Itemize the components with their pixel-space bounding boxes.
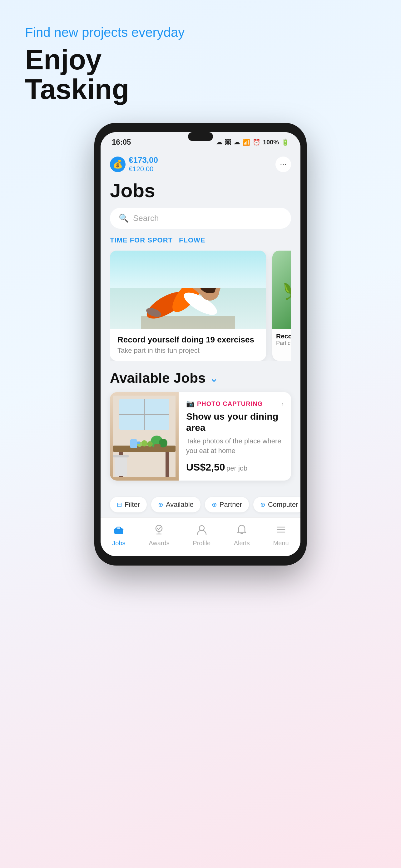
job-category-label: PHOTO CAPTURING [197, 400, 263, 407]
categories-row: TIME FOR SPORT FLOWE [110, 236, 291, 244]
money-bag-icon: 💰 [110, 157, 126, 172]
search-placeholder: Search [133, 213, 159, 223]
filter-chip-filter[interactable]: ⊟ Filter [110, 497, 147, 513]
exercise-scene [110, 251, 266, 329]
status-time: 16:05 [112, 138, 131, 147]
available-jobs-title: Available Jobs [110, 370, 206, 386]
awards-icon [153, 524, 165, 538]
nav-item-profile[interactable]: Profile [193, 524, 210, 547]
earnings-values: €173,00 €120,00 [129, 155, 158, 173]
jobs-nav-label: Jobs [112, 539, 125, 547]
featured-cards-row: Record yourself doing 19 exercises Take … [110, 251, 291, 361]
alerts-nav-label: Alerts [234, 539, 250, 547]
status-icons: ☁ 🖼 ☁ 📶 ⏰ 100% 🔋 [216, 138, 289, 146]
wifi-icon: 📶 [242, 138, 250, 146]
search-icon: 🔍 [119, 213, 129, 223]
featured-card-main[interactable]: Record yourself doing 19 exercises Take … [110, 251, 266, 361]
svg-rect-27 [117, 527, 121, 529]
profile-icon [196, 524, 207, 538]
job-card[interactable]: 📷 PHOTO CAPTURING › Show us your dining … [110, 392, 291, 480]
image-icon: 🖼 [225, 139, 231, 146]
svg-rect-25 [137, 441, 140, 444]
available-jobs-header: Available Jobs ⌄ [110, 370, 291, 386]
search-bar[interactable]: 🔍 Search [110, 208, 291, 229]
partner-icon: ⊕ [212, 501, 217, 508]
app-content: 💰 €173,00 €120,00 ··· Jobs 🔍 Search TIME… [101, 149, 300, 492]
featured-card-subtitle: Take part in this fun project [118, 346, 259, 354]
partial-card-image: 🌿 [272, 251, 291, 329]
nav-item-awards[interactable]: Awards [149, 524, 169, 547]
alerts-icon [236, 524, 247, 538]
filter-icon: ⊟ [117, 501, 122, 508]
job-category: 📷 PHOTO CAPTURING › [186, 400, 283, 408]
header-section: Find new projects everyday Enjoy Tasking [0, 25, 401, 104]
partial-card-body: Recor Partic [272, 329, 291, 350]
featured-card-body: Record yourself doing 19 exercises Take … [110, 329, 266, 361]
partial-card-title: Recor [276, 333, 291, 340]
featured-card-partial[interactable]: 🌿 Recor Partic [272, 251, 291, 361]
svg-point-29 [156, 525, 162, 531]
earnings-info: 💰 €173,00 €120,00 [110, 155, 158, 173]
filter-chip-available[interactable]: ⊕ Available [151, 497, 201, 513]
cloud-icon: ☁ [216, 138, 222, 146]
profile-nav-label: Profile [193, 539, 210, 547]
bottom-nav: Jobs Awards [101, 518, 300, 556]
more-button[interactable]: ··· [275, 157, 291, 172]
nav-item-jobs[interactable]: Jobs [112, 524, 125, 547]
filter-chip-partner[interactable]: ⊕ Partner [205, 497, 249, 513]
partner-chip-label: Partner [220, 501, 242, 509]
svg-rect-16 [113, 455, 129, 458]
job-price-row: US$2,50 per job [186, 462, 283, 473]
featured-card-image [110, 251, 266, 329]
jobs-icon [113, 524, 124, 538]
featured-card-title: Record yourself doing 19 exercises [118, 335, 259, 345]
cloud2-icon: ☁ [234, 138, 240, 146]
earnings-row: 💰 €173,00 €120,00 ··· [110, 155, 291, 173]
job-arrow-icon: › [281, 400, 283, 407]
camera-icon: 📷 [186, 400, 195, 408]
job-price: US$2,50 [186, 462, 225, 473]
available-chip-label: Available [166, 501, 194, 509]
partial-card-sub: Partic [276, 340, 291, 346]
job-card-body: 📷 PHOTO CAPTURING › Show us your dining … [179, 392, 291, 480]
header-title: Enjoy Tasking [25, 45, 376, 104]
category-flower[interactable]: FLOWE [179, 236, 205, 244]
job-card-image [110, 392, 179, 480]
phone-screen: 16:05 ☁ 🖼 ☁ 📶 ⏰ 100% 🔋 💰 €173,00 €120,00 [101, 132, 300, 556]
available-icon: ⊕ [158, 501, 163, 508]
category-sport[interactable]: TIME FOR SPORT [110, 236, 173, 244]
alarm-icon: ⏰ [253, 138, 261, 146]
chevron-down-icon[interactable]: ⌄ [209, 372, 218, 384]
earnings-main: €173,00 [129, 155, 158, 165]
computer-chip-label: Computer [268, 501, 298, 509]
job-description: Take photos of the place where you eat a… [186, 436, 283, 456]
battery-icon: 🔋 [281, 138, 289, 146]
menu-icon [275, 524, 287, 538]
computer-icon: ⊕ [260, 501, 265, 508]
svg-rect-17 [114, 458, 127, 476]
svg-rect-24 [130, 439, 137, 448]
header-subtitle: Find new projects everyday [25, 25, 376, 40]
svg-point-32 [199, 526, 204, 531]
svg-rect-20 [154, 444, 161, 449]
earnings-secondary: €120,00 [129, 165, 158, 173]
phone-mockup: 16:05 ☁ 🖼 ☁ 📶 ⏰ 100% 🔋 💰 €173,00 €120,00 [94, 123, 307, 565]
job-title: Show us your dining area [186, 411, 283, 433]
job-price-unit: per job [226, 464, 247, 472]
filter-chip-label: Filter [125, 501, 140, 509]
filter-bar: ⊟ Filter ⊕ Available ⊕ Partner ⊕ Compute… [101, 492, 300, 518]
svg-rect-15 [166, 452, 169, 477]
svg-point-22 [147, 441, 153, 447]
battery-text: 100% [263, 139, 279, 146]
svg-point-21 [141, 440, 147, 446]
filter-chip-computer[interactable]: ⊕ Computer [253, 497, 300, 513]
nav-item-alerts[interactable]: Alerts [234, 524, 250, 547]
page-title: Jobs [110, 179, 291, 202]
nav-item-menu[interactable]: Menu [273, 524, 289, 547]
svg-rect-28 [114, 530, 124, 530]
menu-nav-label: Menu [273, 539, 289, 547]
awards-nav-label: Awards [149, 539, 169, 547]
dining-scene [110, 392, 179, 480]
phone-notch [188, 132, 213, 141]
